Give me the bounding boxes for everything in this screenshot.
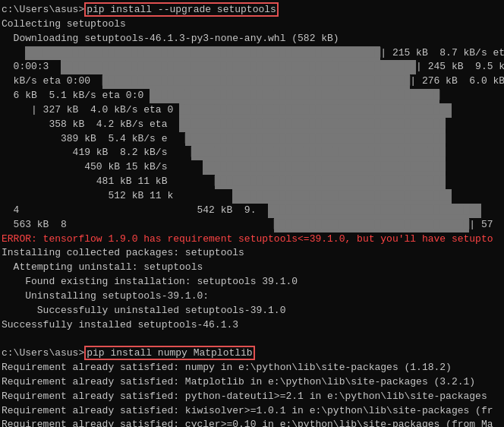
prompt-text: c:\Users\asus> <box>2 4 84 15</box>
progress-row-3: kB/s eta 0:00 ██████████████████████████… <box>2 74 502 89</box>
line-found: Found existing installation: setuptools … <box>2 275 502 289</box>
line-req5: Requirement already satisfied: cycler>=0… <box>2 418 502 427</box>
terminal-window: c:\Users\asus>pip install --upgrade setu… <box>0 0 504 427</box>
line-blank <box>2 332 502 346</box>
progress-row-4: 6 kB 5.1 kB/s eta 0:0 ██████████████████… <box>2 89 502 103</box>
line-collecting: Collecting setuptools <box>2 17 502 32</box>
progress-row-12: 4 542 kB 9. ████████████████████████████… <box>2 204 502 218</box>
progress-row-1: ████████████████████████████████████████… <box>2 46 502 61</box>
cmd2-box: pip install numpy Matplotlib <box>84 346 254 360</box>
progress-row-7: 389 kB 5.4 kB/s e ██████████████████████… <box>2 132 502 147</box>
line-prompt2: c:\Users\asus>pip install numpy Matplotl… <box>2 346 502 361</box>
progress-row-11: 512 kB 11 k ████████████████████████████… <box>2 189 502 204</box>
line-req2: Requirement already satisfied: Matplotli… <box>2 375 502 390</box>
line-req4: Requirement already satisfied: kiwisolve… <box>2 404 502 419</box>
line-downloading: Downloading setuptools-46.1.3-py3-none-a… <box>2 32 502 46</box>
line-req3: Requirement already satisfied: python-da… <box>2 390 502 404</box>
line-uninstalled: Successfully uninstalled setuptools-39.1… <box>2 304 502 318</box>
line-req1: Requirement already satisfied: numpy in … <box>2 361 502 375</box>
progress-row-2: 0:00:3 █████████████████████████████████… <box>2 60 502 74</box>
progress-row-13: 563 kB 8 ███████████████████████████████… <box>2 218 502 232</box>
progress-row-6: 358 kB 4.2 kB/s eta ████████████████████… <box>2 118 502 132</box>
line-attempting: Attempting uninstall: setuptools <box>2 261 502 275</box>
cmd1-box: pip install --upgrade setuptools <box>84 2 279 17</box>
line-prompt1: c:\Users\asus>pip install --upgrade setu… <box>2 3 502 17</box>
progress-row-10: 481 kB 11 kB ███████████████████████████… <box>2 175 502 189</box>
line-error: ERROR: tensorflow 1.9.0 has requirement … <box>2 232 502 247</box>
progress-row-9: 450 kB 15 kB/s █████████████████████████… <box>2 160 502 175</box>
prompt2-text: c:\Users\asus> <box>2 347 84 359</box>
line-uninstalling: Uninstalling setuptools-39.1.0: <box>2 289 502 304</box>
line-installing: Installing collected packages: setuptool… <box>2 246 502 261</box>
progress-row-8: 419 kB 8.2 kB/s ████████████████████████… <box>2 146 502 160</box>
line-success1: Successfully installed setuptools-46.1.3 <box>2 318 502 333</box>
progress-row-5: | 327 kB 4.0 kB/s eta 0 ████████████████… <box>2 103 502 118</box>
